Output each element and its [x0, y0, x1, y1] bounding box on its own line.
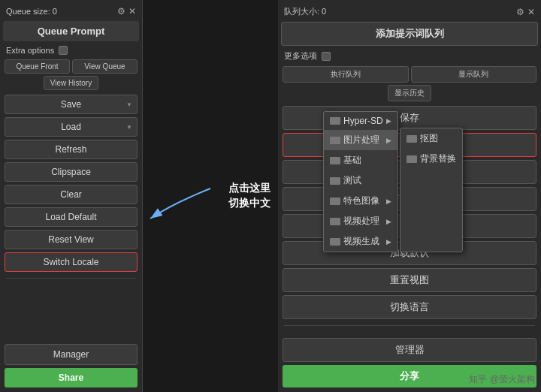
dropdown-item-hyper-sd[interactable]: Hyper-SD ▶	[324, 112, 397, 130]
add-prompt-button[interactable]: 添加提示词队列	[281, 22, 538, 46]
exec-queue-button[interactable]: 执行队列	[283, 66, 409, 83]
left-divider	[6, 278, 136, 279]
right-divider	[284, 325, 535, 326]
save-button[interactable]: Save ▼	[5, 95, 138, 114]
left-bottom-buttons: Manager Share	[3, 344, 139, 387]
queue-size-label: Queue size: 0	[6, 7, 57, 16]
right-close-icon[interactable]: ✕	[527, 7, 535, 17]
right-extra-options-label: 更多选项	[284, 50, 317, 62]
refresh-button[interactable]: Refresh	[5, 140, 138, 159]
right-reset-view-button[interactable]: 重置视图	[283, 268, 536, 292]
dropdown-item-basic[interactable]: 基础	[324, 150, 397, 170]
dropdown-icon-featured	[330, 198, 340, 205]
left-panel: Queue size: 0 ⚙ ✕ Queue Prompt Extra opt…	[0, 0, 143, 392]
dropdown-arrow-icon: ▶	[386, 117, 391, 125]
dropdown-icon-hyper-sd	[330, 117, 340, 125]
dropdown-icon-video-process	[330, 218, 340, 225]
dropdown-item-matting[interactable]: 抠图	[400, 128, 462, 149]
dropdown-icon-matting	[407, 135, 417, 143]
dropdown-item-featured[interactable]: 特色图像 ▶	[324, 191, 397, 211]
annotation-area: 点击这里 切换中文	[143, 0, 278, 392]
dropdown-item-test[interactable]: 测试	[324, 170, 397, 191]
dropdown-arrow-icon-5: ▶	[386, 238, 391, 246]
queue-prompt-label: Queue Prompt	[3, 21, 139, 41]
clear-button[interactable]: Clear	[5, 185, 138, 204]
close-icon[interactable]: ✕	[128, 6, 136, 17]
dropdown-icon-video-gen	[330, 238, 340, 246]
dropdown-item-video-process[interactable]: 视频处理 ▶	[324, 211, 397, 231]
dropdown-icon-bg-replace	[407, 155, 417, 163]
right-header-icon-group: ⚙ ✕	[516, 7, 535, 17]
right-manager-button[interactable]: 管理器	[283, 338, 536, 362]
dropdown-arrow-icon-4: ▶	[386, 218, 391, 225]
dropdown-item-video-gen[interactable]: 视频生成 ▶	[324, 231, 397, 252]
gear-icon[interactable]: ⚙	[117, 6, 125, 17]
share-button[interactable]: Share	[5, 368, 138, 387]
right-panel-header: 队列大小: 0 ⚙ ✕	[281, 5, 538, 19]
right-panel: 队列大小: 0 ⚙ ✕ 添加提示词队列 更多选项 执行队列 显示队列 显示历史 …	[278, 0, 541, 392]
dropdown-icon-test	[330, 177, 340, 185]
extra-options-label: Extra options	[6, 46, 54, 55]
left-panel-header: Queue size: 0 ⚙ ✕	[3, 5, 139, 18]
dropdown-arrow-icon-2: ▶	[386, 137, 391, 144]
right-extra-options-checkbox[interactable]	[322, 52, 331, 61]
load-button[interactable]: Load ▼	[5, 117, 138, 137]
reset-view-button[interactable]: Reset View	[5, 230, 138, 249]
queue-front-button[interactable]: Queue Front	[5, 59, 70, 74]
dropdown-icon-basic	[330, 157, 340, 164]
save-arrow-icon: ▼	[126, 101, 132, 108]
right-switch-locale-button[interactable]: 切换语言	[283, 295, 536, 319]
right-gear-icon[interactable]: ⚙	[516, 7, 524, 17]
show-queue-button[interactable]: 显示队列	[411, 66, 537, 83]
queue-front-row: Queue Front View Queue	[3, 59, 139, 74]
dropdown-item-img-process[interactable]: 图片处理 ▶	[324, 130, 397, 150]
annotation-text: 点击这里 切换中文	[228, 181, 270, 210]
manager-button[interactable]: Manager	[5, 344, 138, 365]
clipspace-button[interactable]: Clipspace	[5, 162, 138, 182]
dropdown-item-bg-replace[interactable]: 背景替换	[400, 149, 462, 169]
arrow-annotation-svg	[143, 181, 218, 226]
right-extra-options-row: 更多选项	[281, 49, 538, 63]
extra-options-row: Extra options	[3, 44, 139, 56]
dropdown-secondary: 抠图 背景替换	[400, 128, 463, 252]
watermark-label: 知乎 @萤火架构	[469, 373, 535, 386]
load-arrow-icon: ▼	[126, 124, 132, 131]
switch-locale-button[interactable]: Switch Locale	[5, 252, 138, 272]
dropdown-overlay: Hyper-SD ▶ 图片处理 ▶ 基础 测试 特色图像 ▶	[323, 111, 463, 252]
header-icon-group: ⚙ ✕	[117, 6, 136, 17]
dropdown-icon-img-process	[330, 137, 340, 144]
view-history-button[interactable]: View History	[44, 76, 98, 90]
view-queue-button[interactable]: View Queue	[72, 59, 138, 74]
right-queue-btn-row: 执行队列 显示队列	[281, 66, 538, 83]
dropdown-arrow-icon-3: ▶	[386, 198, 391, 205]
extra-options-checkbox[interactable]	[59, 46, 68, 55]
dropdown-primary: Hyper-SD ▶ 图片处理 ▶ 基础 测试 特色图像 ▶	[323, 111, 398, 252]
load-default-button[interactable]: Load Default	[5, 207, 138, 227]
right-queue-size-label: 队列大小: 0	[284, 6, 326, 17]
show-history-button[interactable]: 显示历史	[388, 85, 431, 101]
